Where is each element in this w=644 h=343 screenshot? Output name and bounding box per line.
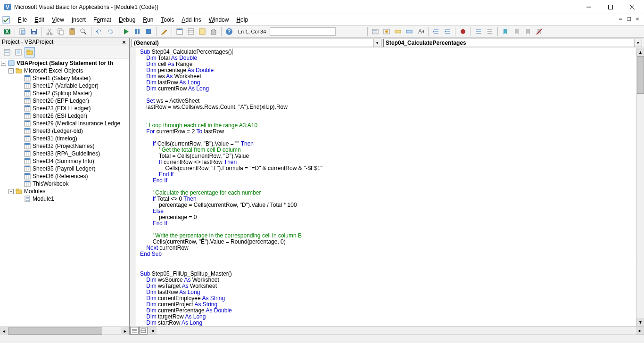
procedure-combo[interactable]: Step04_CalculatePercentages ▾ bbox=[383, 39, 642, 47]
tree-sheet-item[interactable]: Sheet23 (EDLI Ledger) bbox=[0, 105, 129, 112]
full-module-view-button[interactable] bbox=[139, 327, 148, 335]
break-button[interactable] bbox=[132, 26, 142, 37]
bookmark-prev-button[interactable] bbox=[523, 26, 533, 37]
properties-button[interactable] bbox=[186, 26, 196, 37]
svg-rect-98 bbox=[25, 136, 30, 137]
tree-sheet-item[interactable]: Sheet36 (References) bbox=[0, 172, 129, 180]
chevron-down-icon[interactable]: ▾ bbox=[373, 39, 381, 47]
tree-folder-excel-objects[interactable]: − Microsoft Excel Objects bbox=[0, 67, 129, 74]
tree-sheet-item[interactable]: Sheet17 (Variable Ledger) bbox=[0, 82, 129, 90]
tree-sheet-item[interactable]: Sheet34 (Summary Info) bbox=[0, 157, 129, 165]
bookmark-clear-button[interactable] bbox=[534, 26, 545, 37]
menu-debug[interactable]: Debug bbox=[115, 16, 139, 24]
scroll-right-icon[interactable]: ► bbox=[121, 327, 129, 335]
tree-sheet-item[interactable]: Sheet1 (Salary Master) bbox=[0, 74, 129, 82]
tree-sheet-item[interactable]: ThisWorkbook bbox=[0, 180, 129, 188]
menu-insert[interactable]: Insert bbox=[68, 16, 90, 24]
mdi-restore-button[interactable]: ❐ bbox=[625, 15, 633, 23]
redo-button[interactable] bbox=[105, 26, 116, 37]
paste-button[interactable] bbox=[67, 26, 77, 37]
tree-sheet-item[interactable]: Sheet33 (RPA_Guidelines) bbox=[0, 150, 129, 157]
worksheet-icon bbox=[24, 165, 31, 172]
scroll-up-icon[interactable]: ▲ bbox=[636, 48, 644, 56]
bookmark-next-button[interactable] bbox=[512, 26, 522, 37]
tree-folder-modules[interactable]: − Modules bbox=[0, 188, 129, 195]
list-properties-button[interactable] bbox=[370, 26, 380, 37]
tree-project-root[interactable]: − VBAProject (Salary Statement for th bbox=[0, 59, 129, 67]
cut-button[interactable] bbox=[44, 26, 55, 37]
project-tree[interactable]: − VBAProject (Salary Statement for th − … bbox=[0, 58, 129, 327]
tree-sheet-item[interactable]: Sheet26 (ESI Ledger) bbox=[0, 112, 129, 120]
object-combo[interactable]: (General) ▾ bbox=[132, 39, 381, 47]
project-pane-close-button[interactable]: × bbox=[120, 38, 128, 46]
object-browser-button[interactable] bbox=[197, 26, 207, 37]
quick-info-button[interactable] bbox=[393, 26, 403, 37]
run-button[interactable] bbox=[121, 26, 131, 37]
menu-file[interactable]: File bbox=[14, 16, 31, 24]
tree-sheet-item[interactable]: Sheet2 (Splitup Master) bbox=[0, 90, 129, 97]
save-button[interactable] bbox=[29, 26, 39, 37]
code-editor[interactable]: Sub Step04_CalculatePercentages() Dim To… bbox=[136, 48, 636, 326]
procedure-view-button[interactable] bbox=[130, 327, 139, 335]
menu-tools[interactable]: Tools bbox=[157, 16, 178, 24]
maximize-button[interactable] bbox=[600, 0, 621, 14]
complete-word-button[interactable]: A+ bbox=[415, 26, 426, 37]
menu-format[interactable]: Format bbox=[90, 16, 115, 24]
undo-button[interactable] bbox=[94, 26, 104, 37]
comment-block-button[interactable] bbox=[473, 26, 484, 37]
copy-button[interactable] bbox=[56, 26, 66, 37]
project-explorer-button[interactable] bbox=[174, 26, 185, 37]
tree-sheet-item[interactable]: Sheet31 (timelog) bbox=[0, 135, 129, 142]
standard-toolbar: X ? Ln 1, Col 34 A+ bbox=[0, 25, 644, 38]
scroll-left-icon[interactable]: ◄ bbox=[0, 327, 8, 335]
find-button[interactable] bbox=[78, 26, 89, 37]
indent-button[interactable] bbox=[431, 26, 441, 37]
tree-toggle-icon[interactable]: − bbox=[8, 68, 14, 74]
tree-sheet-item[interactable]: Sheet20 (EPF Ledger) bbox=[0, 97, 129, 105]
bookmark-toggle-button[interactable] bbox=[500, 26, 511, 37]
insert-module-button[interactable] bbox=[17, 26, 28, 37]
breakpoint-button[interactable] bbox=[458, 26, 468, 37]
outdent-button[interactable] bbox=[442, 26, 453, 37]
toolbox-button[interactable] bbox=[208, 26, 219, 37]
menu-addins[interactable]: Add-Ins bbox=[178, 16, 205, 24]
parameter-info-button[interactable] bbox=[404, 26, 414, 37]
code-margin[interactable] bbox=[130, 48, 136, 326]
scroll-down-icon[interactable]: ▼ bbox=[636, 318, 644, 326]
scroll-left-icon[interactable]: ◄ bbox=[149, 327, 157, 335]
scrollbar-thumb[interactable] bbox=[8, 327, 102, 335]
tree-sheet-item[interactable]: Sheet3 (Ledger-old) bbox=[0, 127, 129, 135]
uncomment-block-button[interactable] bbox=[485, 26, 495, 37]
code-vscrollbar[interactable]: ▲ ▼ bbox=[636, 48, 644, 326]
tree-toggle-icon[interactable]: − bbox=[8, 189, 14, 194]
minimize-button[interactable] bbox=[578, 0, 600, 14]
code-hscrollbar[interactable]: ◄ ► bbox=[149, 327, 644, 335]
zoom-combo[interactable] bbox=[270, 27, 336, 36]
list-constants-button[interactable] bbox=[381, 26, 392, 37]
mdi-close-button[interactable]: ✕ bbox=[634, 15, 641, 23]
reset-button[interactable] bbox=[143, 26, 154, 37]
help-button[interactable]: ? bbox=[224, 26, 234, 37]
menu-run[interactable]: Run bbox=[139, 16, 157, 24]
design-mode-button[interactable] bbox=[159, 26, 169, 37]
view-object-button[interactable] bbox=[13, 47, 24, 57]
view-code-button[interactable] bbox=[2, 47, 12, 57]
scrollbar-thumb[interactable] bbox=[637, 56, 644, 94]
chevron-down-icon[interactable]: ▾ bbox=[634, 39, 642, 47]
view-excel-button[interactable]: X bbox=[2, 26, 12, 37]
menu-help[interactable]: Help bbox=[232, 16, 252, 24]
tree-sheet-item[interactable]: Sheet29 (Medical Insurance Ledge bbox=[0, 120, 129, 127]
menu-window[interactable]: Window bbox=[205, 16, 233, 24]
mdi-minimize-button[interactable]: ━ bbox=[617, 15, 624, 23]
project-hscrollbar[interactable]: ◄ ► bbox=[0, 327, 129, 335]
tree-toggle-icon[interactable]: − bbox=[1, 61, 6, 66]
menu-edit[interactable]: Edit bbox=[31, 16, 48, 24]
toggle-folders-button[interactable] bbox=[25, 47, 35, 57]
svg-rect-27 bbox=[188, 29, 194, 34]
tree-module-item[interactable]: Module1 bbox=[0, 195, 129, 203]
tree-sheet-item[interactable]: Sheet32 (ProjectNames) bbox=[0, 142, 129, 150]
tree-sheet-item[interactable]: Sheet35 (Payroll Ledger) bbox=[0, 165, 129, 172]
close-button[interactable] bbox=[621, 0, 643, 14]
menu-view[interactable]: View bbox=[48, 16, 68, 24]
scroll-right-icon[interactable]: ► bbox=[636, 327, 644, 335]
